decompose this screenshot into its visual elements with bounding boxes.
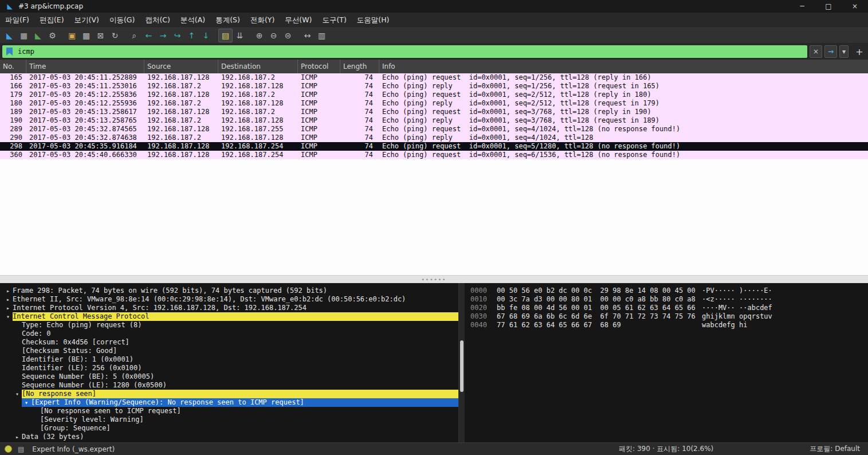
- find-packet-icon[interactable]: ⌕: [127, 29, 142, 42]
- save-file-icon[interactable]: ▦: [79, 29, 93, 42]
- column-header-destination[interactable]: Destination: [218, 60, 298, 73]
- restart-capture-icon[interactable]: ◣: [31, 29, 45, 42]
- detail-row[interactable]: ▸Frame 298: Packet, 74 bytes on wire (59…: [0, 287, 458, 295]
- packet-row-179[interactable]: 1792017-05-03 20:45:12.255836192.168.187…: [0, 91, 868, 99]
- start-capture-icon[interactable]: ◣: [2, 29, 17, 42]
- menu-item-1[interactable]: 편집(E): [34, 13, 69, 28]
- zoom-in-icon[interactable]: ⊕: [252, 29, 266, 42]
- capture-options-icon[interactable]: ⚙: [45, 29, 60, 42]
- detail-row[interactable]: ▸Ethernet II, Src: VMware_98:8e:14 (00:0…: [0, 295, 458, 304]
- filter-bookmark-icon[interactable]: [6, 48, 13, 56]
- column-header-source[interactable]: Source: [144, 60, 218, 73]
- detail-row[interactable]: [Group: Sequence]: [0, 424, 458, 433]
- detail-row[interactable]: Sequence Number (BE): 5 (0x0005): [0, 372, 458, 381]
- detail-row[interactable]: ▾[Expert Info (Warning/Sequence): No res…: [0, 398, 458, 407]
- capture-comment-icon[interactable]: ▤: [18, 445, 24, 453]
- detail-row[interactable]: [No response seen to ICMP request]: [0, 407, 458, 415]
- menu-item-0[interactable]: 파일(F): [0, 13, 34, 28]
- packet-row-189[interactable]: 1892017-05-03 20:45:13.258617192.168.187…: [0, 108, 868, 116]
- go-to-packet-icon[interactable]: ↪: [170, 29, 184, 42]
- hex-row[interactable]: 0020bb fe 08 00 4d 56 00 01 00 05 61 62 …: [470, 304, 868, 312]
- display-filter-input[interactable]: icmp: [2, 45, 807, 58]
- zoom-normal-icon[interactable]: ⊜: [281, 29, 295, 42]
- pane-splitter[interactable]: ••••••: [0, 275, 868, 283]
- go-last-packet-icon[interactable]: ↓: [199, 29, 213, 42]
- expand-arrow-icon[interactable]: ▸: [3, 304, 13, 312]
- detail-row[interactable]: ▸Internet Protocol Version 4, Src: 192.1…: [0, 304, 458, 312]
- detail-row[interactable]: Code: 0: [0, 330, 458, 338]
- auto-scroll-icon[interactable]: ⇊: [233, 29, 247, 42]
- packet-row-190[interactable]: 1902017-05-03 20:45:13.258765192.168.187…: [0, 116, 868, 125]
- filter-apply-button[interactable]: →: [824, 45, 837, 58]
- detail-row[interactable]: Checksum: 0x4d56 [correct]: [0, 338, 458, 347]
- menu-item-7[interactable]: 전화(Y): [245, 13, 280, 28]
- hex-row[interactable]: 001000 3c 7a d3 00 00 80 01 00 00 c0 a8 …: [470, 295, 868, 304]
- detail-row[interactable]: [Severity level: Warning]: [0, 415, 458, 424]
- detail-row[interactable]: Sequence Number (LE): 1280 (0x0500): [0, 381, 458, 390]
- collapse-arrow-icon[interactable]: ▾: [22, 398, 31, 407]
- expert-info-icon[interactable]: [5, 445, 12, 453]
- column-header-protocol[interactable]: Protocol: [298, 60, 340, 73]
- go-forward-icon[interactable]: →: [156, 29, 170, 42]
- detail-row[interactable]: ▸Data (32 bytes): [0, 433, 458, 441]
- cell-dst: 192.168.187.254: [218, 151, 298, 159]
- expand-arrow-icon[interactable]: ▸: [13, 433, 22, 441]
- filter-dropdown-icon[interactable]: ▾: [839, 45, 849, 58]
- column-header-info[interactable]: Info: [379, 60, 868, 73]
- zoom-out-icon[interactable]: ⊖: [266, 29, 281, 42]
- column-header-length[interactable]: Length: [340, 60, 379, 73]
- packet-row-290[interactable]: 2902017-05-03 20:45:32.874638192.168.187…: [0, 134, 868, 142]
- open-file-icon[interactable]: ▣: [65, 29, 79, 42]
- detail-row[interactable]: Identifier (LE): 256 (0x0100): [0, 364, 458, 372]
- cell-proto: ICMP: [298, 73, 340, 82]
- menu-item-8[interactable]: 무선(W): [280, 13, 317, 28]
- colorize-packets-icon[interactable]: ▤: [218, 29, 233, 42]
- hex-row[interactable]: 004077 61 62 63 64 65 66 67 68 69wabcdef…: [470, 321, 868, 330]
- menu-item-2[interactable]: 보기(V): [69, 13, 104, 28]
- expand-arrow-icon[interactable]: ▸: [3, 295, 13, 304]
- cell-dst: 192.168.187.2: [218, 73, 298, 82]
- filter-clear-button[interactable]: ×: [810, 45, 822, 58]
- column-header-no[interactable]: No.: [0, 60, 26, 73]
- detail-text: Checksum: 0x4d56 [correct]: [22, 338, 129, 347]
- packet-row-165[interactable]: 1652017-05-03 20:45:11.252889192.168.187…: [0, 73, 868, 82]
- minimize-button[interactable]: ─: [789, 0, 815, 13]
- packet-row-180[interactable]: 1802017-05-03 20:45:12.255936192.168.187…: [0, 99, 868, 108]
- detail-row[interactable]: ▾[No response seen]: [0, 390, 458, 398]
- menu-item-10[interactable]: 도움말(H): [352, 13, 395, 28]
- go-first-packet-icon[interactable]: ↑: [184, 29, 199, 42]
- column-header-time[interactable]: Time: [26, 60, 144, 73]
- expand-arrow-icon[interactable]: ▸: [3, 287, 13, 295]
- packet-row-360[interactable]: 3602017-05-03 20:45:40.666330192.168.187…: [0, 151, 868, 159]
- hex-row[interactable]: 003067 68 69 6a 6b 6c 6d 6e 6f 70 71 72 …: [470, 312, 868, 321]
- reload-file-icon[interactable]: ↻: [108, 29, 122, 42]
- hex-row[interactable]: 000000 50 56 e0 b2 dc 00 0c 29 98 8e 14 …: [470, 287, 868, 295]
- resize-columns-icon[interactable]: ↔: [300, 29, 315, 42]
- collapse-arrow-icon[interactable]: ▾: [3, 312, 13, 321]
- detail-row[interactable]: Identifier (BE): 1 (0x0001): [0, 355, 458, 364]
- maximize-button[interactable]: □: [815, 0, 842, 13]
- detail-row[interactable]: [Checksum Status: Good]: [0, 347, 458, 355]
- packet-row-289[interactable]: 2892017-05-03 20:45:32.874565192.168.187…: [0, 125, 868, 134]
- reset-layout-icon[interactable]: ▥: [315, 29, 329, 42]
- close-button[interactable]: ×: [842, 0, 868, 13]
- menu-item-6[interactable]: 통계(S): [210, 13, 245, 28]
- packet-row-298[interactable]: 2982017-05-03 20:45:35.916184192.168.187…: [0, 142, 868, 151]
- go-back-icon[interactable]: ←: [142, 29, 156, 42]
- detail-row[interactable]: ▾Internet Control Message Protocol: [0, 312, 458, 321]
- close-file-icon[interactable]: ⊠: [93, 29, 108, 42]
- profile-label[interactable]: 프로필: Default: [810, 444, 860, 454]
- detail-scrollbar[interactable]: [458, 283, 465, 442]
- detail-scrollbar-thumb[interactable]: [460, 340, 464, 392]
- filter-add-button[interactable]: +: [853, 45, 866, 58]
- menu-item-4[interactable]: 캡처(C): [140, 13, 175, 28]
- cell-no: 190: [0, 116, 26, 125]
- splitter-grip-icon[interactable]: ••••••: [422, 278, 447, 281]
- menu-item-9[interactable]: 도구(T): [317, 13, 351, 28]
- packet-row-166[interactable]: 1662017-05-03 20:45:11.253016192.168.187…: [0, 82, 868, 91]
- stop-capture-icon[interactable]: ■: [17, 29, 31, 42]
- menu-item-3[interactable]: 이동(G): [104, 13, 140, 28]
- menu-item-5[interactable]: 분석(A): [175, 13, 210, 28]
- collapse-arrow-icon[interactable]: ▾: [13, 390, 22, 398]
- detail-row[interactable]: Type: Echo (ping) request (8): [0, 321, 458, 330]
